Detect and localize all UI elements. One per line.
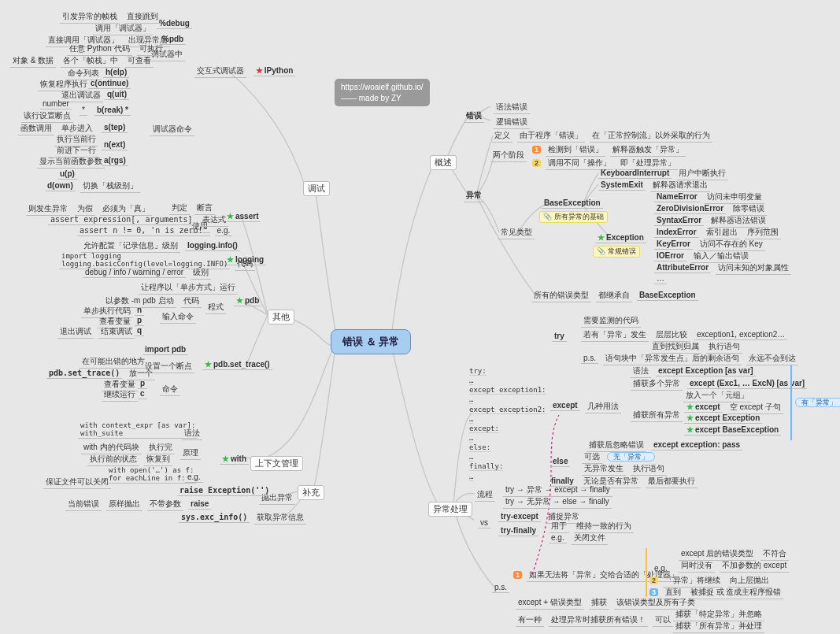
- sp-raise-b: 当前错误原样抛出不带参数raise: [63, 499, 213, 511]
- log-c: debug / info / warning / error级别: [80, 267, 213, 280]
- tr-a: import pdb: [140, 345, 191, 355]
- ov-stage: 两个阶段: [488, 150, 529, 162]
- dbg-cmd: 调试器命令: [148, 124, 197, 136]
- ov-io: IOError输入／输出错误: [652, 250, 753, 263]
- h-else: else: [548, 457, 572, 467]
- ov-error: 错误: [461, 110, 487, 123]
- h-ex-b: 捕获多个异常except (Exc1, … ExcN) [as var]: [628, 378, 809, 391]
- ov-ae: AttributeError访问未知的对象属性: [652, 262, 794, 275]
- w-a: with 内的代码块执行完: [79, 442, 177, 454]
- tr-b: 在可能出错的地方: [77, 356, 150, 369]
- ps-brace: [646, 548, 647, 597]
- h-ex-c2: except Exception: [682, 413, 764, 424]
- h-try-a: 需要监测的代码: [579, 315, 643, 328]
- ov-ex-note: 📎 常规错误: [593, 246, 640, 258]
- w-b: 执行前的状态恢复到: [85, 454, 175, 466]
- h-ps: p.s.: [490, 583, 512, 593]
- a-use-a: assert expression[, arguments]表达式: [46, 214, 231, 227]
- w-eg-d: 保证文件可以关闭: [41, 476, 113, 489]
- ctx-with: with: [217, 454, 251, 465]
- code-try-block: try:… except exception1:… except excepti…: [469, 366, 546, 481]
- dbg-inter: 交互式调试器 IPython: [192, 65, 298, 78]
- a-judge: 判定: [167, 202, 192, 215]
- ot-trace: pdb.set_trace(): [200, 360, 275, 370]
- h-ex-d: 捕获后忽略错误except exception: pass: [584, 439, 745, 452]
- h-try-b: 若有「异常」发生层层比较exception1, exception2…: [579, 329, 790, 342]
- h-ex-b2: 放入一个「元组」: [681, 390, 753, 402]
- ov-base-note: 📎 所有异常的基础: [539, 211, 608, 223]
- ov-all: 所有的错误类型都继承自BaseException: [529, 290, 701, 302]
- ov-syn: SyntaxError解释器语法错误: [652, 215, 771, 228]
- a-use-b: assert n != 0, 'n is zero!'e.g.: [75, 226, 235, 236]
- ov-stage1: 1 检测到「错误」解释器触发「异常」: [532, 144, 688, 157]
- ov-base: BaseException: [539, 198, 605, 209]
- h-else-b: 无异常发生执行语句: [579, 463, 669, 476]
- ov-zde: ZeroDivisionError除零错误: [652, 203, 769, 216]
- h-try: try: [550, 332, 569, 342]
- ov-ne: NameError访问未申明变量: [652, 191, 767, 204]
- watermark: https://woaielf.github.io/—— made by ZY: [335, 79, 430, 106]
- tr-cmd: 命令: [157, 384, 183, 396]
- hub-supp: 补充: [298, 485, 324, 500]
- c-quit: q(uit): [102, 90, 131, 100]
- ov-ki: KeyboardInterrupt用户中断执行: [596, 168, 731, 180]
- ov-ex: Exception: [593, 233, 649, 243]
- w-eg-c: with open('…') as f: for eachLine in f:: [104, 466, 198, 484]
- h-vs-b2: e.g.关闭文件: [546, 532, 610, 545]
- h-vs: vs: [476, 518, 493, 528]
- c-next: n(ext): [99, 140, 130, 150]
- h-flow1: try → 异常 → except → finally: [501, 484, 615, 497]
- hub-ctx: 上下文管理: [250, 456, 303, 471]
- h-ex-c1: except空 except 子句: [682, 402, 786, 414]
- w-syn-c: with context_expr [as var]: with_suite: [76, 421, 200, 439]
- h-vs-b1: 用于维持一致的行为: [546, 521, 636, 533]
- hub-other: 其他: [268, 310, 294, 324]
- ov-dots: …: [652, 274, 669, 284]
- brace-bar: [790, 365, 792, 440]
- hub-handle: 异常处理: [428, 502, 472, 517]
- brace-lbl: 有「异常」: [795, 398, 840, 408]
- ot-assert-h: 断言: [192, 202, 217, 215]
- pdb-m: 程式: [203, 302, 228, 314]
- c-down: d(own)切换「栈级别」: [43, 180, 142, 193]
- h-psC4: 捕获「所有异常」并处理: [671, 621, 767, 633]
- ov-se: SystemExit解释器请求退出: [596, 180, 712, 192]
- h-flow2: try → 无异常 → else → finally: [501, 496, 614, 509]
- pdb-a: 让程序以「单步方式」运行: [136, 282, 240, 295]
- h-ex-h: 几种用法: [583, 401, 624, 413]
- h-psA2: 2 「异常」将继续向上层抛出: [649, 575, 774, 588]
- h-ex-a: 语法except Exception [as var]: [628, 365, 758, 378]
- ov-ie: IndexError索引超出序列范围: [652, 227, 783, 239]
- h-psC3: 捕获「特定异常」并忽略: [671, 609, 767, 621]
- ov-error-syn: 语法错误: [491, 102, 532, 114]
- h-except: except: [548, 401, 583, 411]
- h-psAe1: except 后的错误类型不符合: [676, 548, 791, 561]
- w-prin: 原理: [178, 447, 203, 460]
- sp-raise-a: raise Exception(''): [175, 486, 274, 496]
- ov-exc-def: 定义由于程序「错误」在「正常控制流」以外采取的行为: [490, 130, 715, 143]
- dbg-in-b: 对象 & 数据各个「帧栈」中可查看: [8, 55, 156, 68]
- h-try-c: p.s.语句块中「异常发生点」后的剩余语句永远不会到达: [579, 353, 801, 365]
- h-psC: 有一种处理异常时捕获所有错误！可以: [513, 614, 675, 627]
- d2: 调用「调试器」: [91, 23, 155, 35]
- h-psAe: e.g.: [649, 564, 672, 574]
- c-step: s(tep): [99, 123, 130, 133]
- d1a: 引发异常的帧栈直接跳到: [57, 11, 163, 24]
- hub-debug: 调试: [303, 181, 330, 196]
- c-cont: c(ontinue): [86, 79, 133, 89]
- hub-overview: 概述: [430, 155, 457, 170]
- h-ex-c: 捕获所有异常: [628, 410, 685, 422]
- sp-sys: sys.exc_info()获取异常信息: [176, 512, 309, 525]
- h-flow: 流程: [472, 489, 498, 502]
- c-break: b(reak) *: [92, 106, 133, 116]
- h-psB: except + 错误类型捕获该错误类型及所有子类: [513, 597, 700, 610]
- h-try-b2: 直到找到归属执行语句: [647, 341, 745, 354]
- c-up: u(p): [55, 169, 80, 180]
- h-psAe2: 同时没有不加参数的 except: [676, 560, 791, 573]
- ov-exc: 异常: [461, 190, 487, 202]
- ot-pdb: pdb: [231, 296, 264, 306]
- ov-ke: KeyError访问不存在的 Key: [652, 239, 768, 251]
- log-a: 允许配置「记录信息」级别logging.info(): [79, 240, 242, 253]
- pdb-in: 输入命令: [157, 311, 198, 324]
- dbg-in-a: 任意 Python 代码可执行: [65, 43, 168, 56]
